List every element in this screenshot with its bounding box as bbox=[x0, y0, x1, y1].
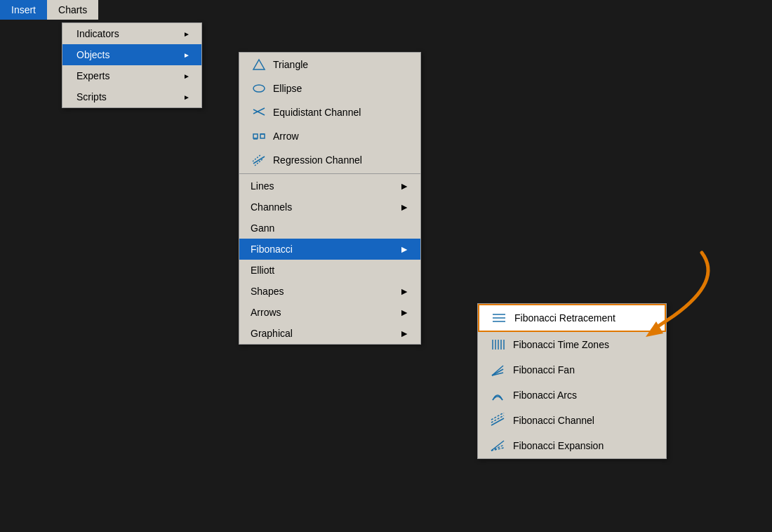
menu-item-fib-expansion[interactable]: Fibonacci Expansion bbox=[478, 433, 666, 458]
menu-item-regression[interactable]: Regression Channel bbox=[239, 148, 420, 172]
svg-marker-0 bbox=[253, 60, 265, 69]
fib-retracement-icon bbox=[491, 310, 507, 326]
svg-rect-5 bbox=[260, 134, 265, 138]
menu-item-objects[interactable]: Objects ► bbox=[62, 44, 201, 65]
dropdown-level3: Fibonacci Retracement Fibonacci Time Zon… bbox=[477, 303, 667, 459]
fib-timezones-icon bbox=[489, 337, 506, 352]
separator bbox=[239, 173, 420, 174]
menu-item-lines[interactable]: Lines ► bbox=[239, 175, 420, 197]
svg-point-1 bbox=[253, 85, 265, 92]
menu-item-fib-fan[interactable]: Fibonacci Fan bbox=[478, 357, 666, 383]
submenu-arrow-icon: ► bbox=[399, 201, 409, 213]
menu-insert[interactable]: Insert bbox=[0, 0, 47, 20]
menu-item-elliott[interactable]: Elliott bbox=[239, 260, 420, 281]
submenu-arrow-icon: ► bbox=[399, 328, 409, 339]
fib-expansion-icon bbox=[489, 438, 506, 453]
triangle-icon bbox=[251, 58, 267, 72]
menu-item-gann[interactable]: Gann bbox=[239, 218, 420, 239]
submenu-arrow-icon: ► bbox=[399, 286, 409, 297]
menu-item-arrow[interactable]: Arrow bbox=[239, 124, 420, 148]
fib-channel-icon bbox=[489, 413, 506, 428]
menu-item-arrows[interactable]: Arrows ► bbox=[239, 302, 420, 323]
menu-item-experts[interactable]: Experts ► bbox=[62, 65, 201, 86]
dropdown-level2: Triangle Ellipse Equidistant Channel bbox=[239, 52, 421, 345]
menu-item-scripts[interactable]: Scripts ► bbox=[62, 86, 201, 107]
menu-item-fib-retracement[interactable]: Fibonacci Retracement bbox=[478, 304, 666, 332]
menu-charts[interactable]: Charts bbox=[47, 0, 98, 20]
menu-bar: Insert Charts bbox=[0, 0, 98, 20]
menu-item-fib-arcs[interactable]: Fibonacci Arcs bbox=[478, 383, 666, 408]
submenu-arrow-icon: ► bbox=[183, 30, 190, 38]
menu-item-shapes[interactable]: Shapes ► bbox=[239, 281, 420, 302]
submenu-arrow-icon: ► bbox=[399, 307, 409, 318]
menu-item-graphical[interactable]: Graphical ► bbox=[239, 323, 420, 344]
fib-fan-icon bbox=[489, 362, 506, 378]
fib-arcs-icon bbox=[489, 387, 506, 403]
svg-rect-4 bbox=[253, 134, 258, 138]
submenu-arrow-icon: ► bbox=[399, 244, 409, 255]
menu-item-triangle[interactable]: Triangle bbox=[239, 53, 420, 77]
menu-item-ellipse[interactable]: Ellipse bbox=[239, 77, 420, 100]
menu-item-channels[interactable]: Channels ► bbox=[239, 197, 420, 218]
submenu-arrow-icon: ► bbox=[399, 180, 409, 192]
equidistant-icon bbox=[251, 105, 267, 119]
menu-item-fibonacci[interactable]: Fibonacci ► bbox=[239, 239, 420, 260]
menu-item-equidistant[interactable]: Equidistant Channel bbox=[239, 100, 420, 124]
menu-item-fib-timezones[interactable]: Fibonacci Time Zones bbox=[478, 332, 666, 357]
regression-icon bbox=[251, 153, 267, 167]
menu-item-fib-channel[interactable]: Fibonacci Channel bbox=[478, 408, 666, 433]
svg-line-10 bbox=[253, 154, 261, 161]
ellipse-icon bbox=[251, 81, 267, 95]
svg-line-8 bbox=[253, 157, 265, 164]
arrow-objects-icon bbox=[251, 129, 267, 143]
submenu-arrow-icon: ► bbox=[183, 93, 190, 101]
menu-item-indicators[interactable]: Indicators ► bbox=[62, 23, 201, 44]
submenu-arrow-icon: ► bbox=[183, 72, 190, 80]
submenu-arrow-icon: ► bbox=[183, 51, 190, 59]
dropdown-level1: Indicators ► Objects ► Experts ► Scripts… bbox=[62, 22, 202, 108]
